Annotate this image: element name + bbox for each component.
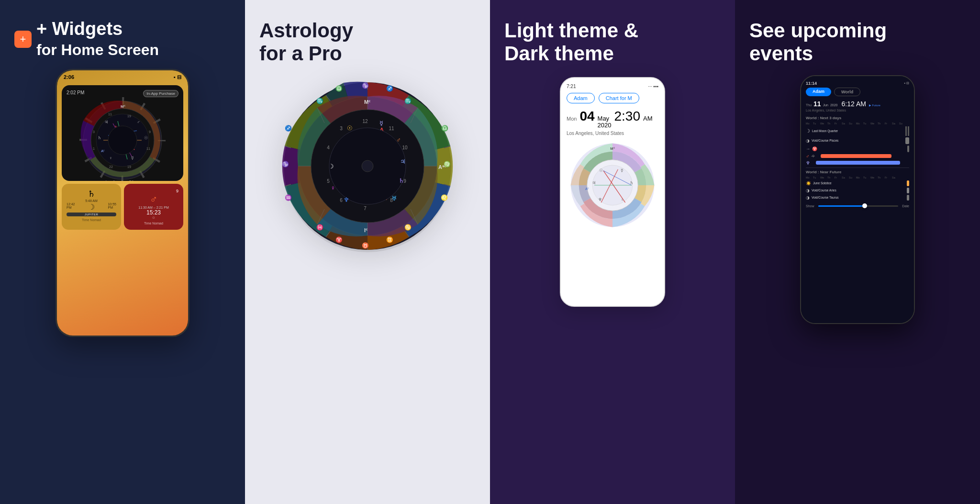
phone-light-mockup: 7:21 ··· ▪▪▪ Adam Chart for M Mon 04 May… bbox=[560, 77, 665, 307]
phone-dark-year: 2020 bbox=[830, 103, 838, 107]
phone-dark-month: Jun bbox=[823, 103, 828, 107]
svg-text:Mᶜ: Mᶜ bbox=[121, 104, 125, 109]
svg-text:♌: ♌ bbox=[441, 194, 448, 201]
phone-dark-location: Los Angeles, United States bbox=[806, 109, 909, 112]
phone1-w1-ampm3: PM bbox=[108, 206, 116, 209]
svg-text:☉: ☉ bbox=[347, 124, 353, 132]
phone-dark-show: Show bbox=[806, 204, 814, 208]
phone-dark-event5: ♆ bbox=[806, 160, 909, 166]
phone-light-tab1[interactable]: Adam bbox=[567, 93, 595, 103]
phone-dark-event1: ☽ Last Moon Quarter bbox=[806, 126, 909, 136]
svg-text:☿: ☿ bbox=[131, 156, 134, 160]
svg-text:4: 4 bbox=[327, 145, 330, 150]
svg-point-9 bbox=[108, 126, 137, 155]
phone-dark-day: Thu bbox=[806, 103, 812, 107]
large-chart-svg: 12 11 10 9 8 7 6 5 4 3 Mᶜ Aˢᶜ bbox=[277, 75, 458, 257]
svg-text:☿: ☿ bbox=[379, 120, 383, 127]
panel3-headline: Light theme & Dark theme bbox=[504, 19, 721, 66]
phone1-chart-widget: 2:02 PM In-App Purchase bbox=[62, 85, 183, 181]
svg-text:♆: ♆ bbox=[344, 196, 349, 203]
phone-dark-future: ▶ Future bbox=[869, 103, 880, 107]
svg-text:9: 9 bbox=[149, 130, 151, 134]
svg-text:Iᶜ: Iᶜ bbox=[364, 227, 368, 233]
phone1-w1-bottom: Time Nomad bbox=[67, 218, 116, 222]
svg-text:Aᶜ: Aᶜ bbox=[101, 149, 105, 153]
phone-dark-event7: ◑ Void/Course Aries bbox=[806, 188, 909, 193]
event4-planet: ♂ bbox=[806, 154, 810, 159]
svg-text:19: 19 bbox=[127, 114, 131, 118]
svg-text:☉: ☉ bbox=[599, 168, 603, 173]
svg-text:1: 1 bbox=[93, 147, 95, 150]
svg-text:7: 7 bbox=[364, 206, 367, 211]
svg-text:☽: ☽ bbox=[328, 163, 334, 170]
phone1-w1-time1: 5:48 bbox=[85, 199, 92, 202]
svg-text:11: 11 bbox=[108, 112, 112, 116]
phone-dark-tabs: Adam World bbox=[806, 88, 909, 96]
plus-icon: + bbox=[14, 31, 32, 48]
phone-light-tab2[interactable]: Chart for M bbox=[599, 93, 639, 103]
svg-text:♃: ♃ bbox=[592, 180, 596, 185]
svg-text:Mᶜ: Mᶜ bbox=[610, 146, 614, 151]
phone-dark-datenum: 11 bbox=[813, 100, 821, 108]
phone1-widget-header: 2:02 PM In-App Purchase bbox=[67, 90, 178, 97]
svg-text:♄: ♄ bbox=[630, 180, 634, 185]
phone-dark-date: Date bbox=[902, 204, 909, 208]
phone-light-date: Mon 04 May 2020 2:30 AM bbox=[567, 109, 658, 129]
svg-text:♀: ♀ bbox=[331, 184, 335, 191]
phone-dark-status-icons: ▪ ⊟ bbox=[904, 81, 909, 85]
panel2-headline: Astrology for a Pro bbox=[259, 19, 476, 66]
phone1-w1-ampm2: PM bbox=[67, 206, 75, 209]
phone1-w2-time2: 15:23 bbox=[129, 209, 178, 216]
phone-dark-event8: ◑ Void/Course Taurus bbox=[806, 195, 909, 201]
phone-light-datenum: 04 bbox=[579, 109, 594, 124]
panel4-headline: See upcoming events bbox=[749, 19, 966, 66]
phone-mockup-1: 2:06 ▪ ⊟ 2:02 PM In-App Purchase bbox=[56, 69, 189, 337]
phone1-time: 2:06 bbox=[64, 74, 74, 80]
event7-label: Void/Course Aries bbox=[812, 189, 836, 192]
svg-text:♂: ♂ bbox=[396, 136, 401, 144]
phone-light-year: 2020 bbox=[598, 122, 612, 129]
event5-planet: ♆ bbox=[806, 160, 810, 166]
svg-text:♑: ♑ bbox=[282, 160, 289, 168]
phone-light-time-main: 2:30 bbox=[614, 109, 640, 124]
panel3-line2: Dark theme bbox=[504, 42, 614, 65]
phone-light-ampm: AM bbox=[643, 115, 653, 122]
panel1-headline-line1: + Widgets bbox=[36, 19, 122, 39]
panel2-line2: for a Pro bbox=[259, 42, 342, 65]
panel-astrology-pro: Astrology for a Pro bbox=[245, 0, 490, 504]
panel-widgets: + + Widgets for Home Screen 2:06 ▪ ⊟ 2:0… bbox=[0, 0, 245, 504]
phone1-widget-saturn: ♄ 5:48 AM 12:42 PM ☽ 10:55 PM bbox=[62, 184, 121, 230]
phone-dark-tab2[interactable]: World bbox=[834, 88, 860, 96]
phone-light-tabs: Adam Chart for M bbox=[567, 93, 658, 103]
slider-track[interactable] bbox=[818, 205, 899, 207]
event2-label: Void/Course Pisces bbox=[812, 139, 838, 143]
phone1-w1-planet: JUPITER bbox=[67, 213, 116, 216]
svg-text:3: 3 bbox=[340, 126, 343, 131]
phone1-w1-time3: 10:55 bbox=[108, 202, 116, 206]
svg-text:♐: ♐ bbox=[386, 85, 393, 92]
phone-light-chart: Mᶜ ♃ ♄ ☉ ☿ ♆ ♀ Aᶜ bbox=[567, 140, 658, 231]
svg-text:3: 3 bbox=[93, 130, 95, 134]
svg-text:♀: ♀ bbox=[109, 156, 112, 160]
svg-text:♅: ♅ bbox=[391, 195, 397, 202]
svg-text:♐: ♐ bbox=[285, 124, 292, 132]
panel4-line1: See upcoming bbox=[749, 19, 887, 42]
svg-text:♆: ♆ bbox=[598, 197, 602, 202]
svg-text:5: 5 bbox=[327, 179, 330, 184]
svg-text:Aᶜ: Aᶜ bbox=[585, 187, 589, 191]
panel-events: See upcoming events 11:14 ▪ ⊟ Adam World… bbox=[735, 0, 980, 504]
svg-text:♏: ♏ bbox=[404, 97, 412, 104]
phone-dark-section2: World : Near Future bbox=[806, 170, 909, 174]
svg-text:22: 22 bbox=[109, 165, 113, 168]
phone1-widget-bottom: Time Nomad bbox=[129, 222, 178, 225]
phone1-statusbar: 2:06 ▪ ⊟ bbox=[57, 70, 188, 82]
phone-dark-event3: → ♈ bbox=[806, 146, 909, 152]
svg-text:♋: ♋ bbox=[404, 224, 412, 231]
phone-dark-slider[interactable]: Show Date bbox=[806, 204, 909, 208]
svg-text:♏: ♏ bbox=[316, 97, 323, 104]
phone1-widget-mars: 9 ♂ 11:30 AM – 2:21 PM 15:23 ⊙ Time Noma… bbox=[124, 184, 183, 230]
phone-dark-cal-header: MoTuWeThFrSaSuMoTuWeThFrSaSu bbox=[806, 122, 909, 125]
phone-dark-tab1[interactable]: Adam bbox=[806, 88, 831, 96]
svg-text:10: 10 bbox=[402, 145, 408, 150]
chart-svg-1: Mᶜ ♄ ☉ ♃ ♂ ♀ ☿ Aᶜ 19 9 11 19 22 1 3 bbox=[67, 97, 178, 181]
